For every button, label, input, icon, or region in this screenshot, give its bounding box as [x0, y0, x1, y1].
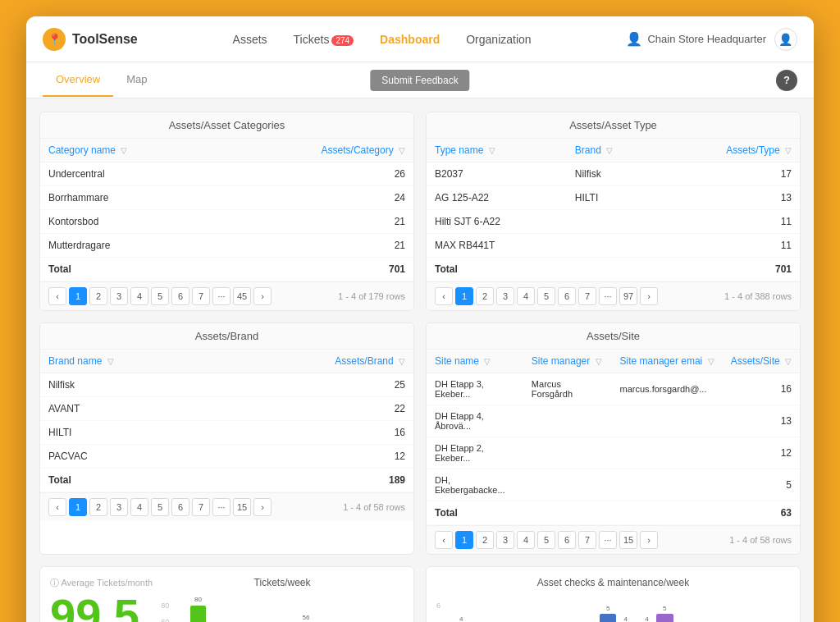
filter-icon: ▽	[785, 357, 792, 366]
app-name: ToolSense	[72, 32, 138, 47]
page-4[interactable]: 4	[130, 498, 148, 516]
page-1[interactable]: 1	[69, 287, 87, 305]
checks-container: 433544511	[444, 601, 790, 622]
page-info: 1 - 4 of 58 rows	[343, 502, 405, 512]
prev-btn[interactable]: ‹	[435, 531, 453, 549]
bar: 80	[190, 606, 206, 622]
page-5[interactable]: 5	[537, 531, 555, 549]
col-assets-category[interactable]: Assets/Category ▽	[222, 139, 413, 162]
page-5[interactable]: 5	[151, 287, 169, 305]
page-7[interactable]: 7	[578, 531, 596, 549]
nav-assets[interactable]: Assets	[233, 33, 267, 46]
bar-group: 1	[756, 601, 790, 622]
page-6[interactable]: 6	[171, 287, 189, 305]
col-category-name[interactable]: Category name ▽	[40, 139, 222, 162]
page-4[interactable]: 4	[130, 287, 148, 305]
page-6[interactable]: 6	[171, 498, 189, 516]
header-right: 👤 Chain Store Headquarter 👤	[626, 28, 797, 51]
table-row: AVANT 22	[40, 397, 413, 421]
y-axis: 642	[436, 601, 444, 622]
page-info: 1 - 4 of 58 rows	[729, 535, 792, 545]
page-15[interactable]: 15	[619, 531, 637, 549]
page-7[interactable]: 7	[578, 287, 596, 305]
logo-icon: 📍	[43, 28, 66, 51]
asset-checks-title: Asset checks & maintenance/week	[436, 577, 790, 588]
prev-btn[interactable]: ‹	[48, 498, 66, 516]
col-assets-site[interactable]: Assets/Site ▽	[723, 350, 800, 373]
filter-icon: ▽	[399, 357, 405, 366]
tab-map[interactable]: Map	[113, 63, 160, 97]
col-brand[interactable]: Brand ▽	[567, 139, 660, 162]
page-3[interactable]: 3	[496, 531, 514, 549]
col-assets-type[interactable]: Assets/Type ▽	[660, 139, 800, 162]
bar-blue: 5	[600, 614, 617, 622]
bar-group: 45	[638, 601, 673, 622]
page-4[interactable]: 4	[517, 531, 535, 549]
page-2[interactable]: 2	[89, 287, 107, 305]
page-4[interactable]: 4	[517, 287, 535, 305]
col-site-manager[interactable]: Site manager ▽	[523, 350, 612, 373]
table-row: DH, Ekebergabacke... 5	[427, 469, 800, 501]
page-7[interactable]: 7	[192, 287, 210, 305]
total-row: Total 189	[40, 469, 413, 492]
next-btn[interactable]: ›	[253, 498, 272, 516]
page-45[interactable]: 45	[233, 287, 251, 305]
nav-dashboard[interactable]: Dashboard	[380, 33, 440, 46]
page-3[interactable]: 3	[110, 287, 128, 305]
page-3[interactable]: 3	[496, 287, 514, 305]
col-site-manager-email[interactable]: Site manager emai ▽	[612, 350, 723, 373]
page-15[interactable]: 15	[233, 498, 251, 516]
page-1[interactable]: 1	[69, 498, 87, 516]
page-2[interactable]: 2	[476, 531, 494, 549]
col-site-name[interactable]: Site name ▽	[427, 350, 523, 373]
col-assets-brand[interactable]: Assets/Brand ▽	[221, 350, 413, 373]
col-type-name[interactable]: Type name ▽	[427, 139, 567, 162]
pagination-brand: ‹ 1 2 3 4 5 6 7 ··· 15 › 1 - 4 of 58 row…	[40, 492, 413, 521]
bar-group: 3	[560, 601, 595, 622]
table-row: Kontorsbod 21	[40, 210, 413, 234]
pagination-type: ‹ 1 2 3 4 5 6 7 ··· 97 › 1 - 4 of 388 ro…	[427, 281, 800, 310]
page-buttons: ‹ 1 2 3 4 5 6 7 ··· 15 ›	[435, 531, 658, 549]
table-row: Hilti SJT 6-A22 11	[427, 210, 800, 234]
nav-organization[interactable]: Organization	[466, 33, 531, 46]
asset-type-table: Type name ▽ Brand ▽ Assets/Type ▽	[427, 139, 800, 281]
table-row: Undercentral 26	[40, 162, 413, 186]
table-row: DH Etapp 3, Ekeber... Marcus Forsgårdh m…	[427, 373, 800, 405]
page-5[interactable]: 5	[151, 498, 169, 516]
filter-icon: ▽	[596, 357, 602, 366]
tickets-week-title: Tickets/week	[161, 577, 404, 588]
page-ellipsis: ···	[212, 498, 231, 516]
filter-icon: ▽	[121, 146, 127, 155]
page-7[interactable]: 7	[192, 498, 210, 516]
asset-brand-table: Brand name ▽ Assets/Brand ▽ Nilfisk 25	[40, 350, 413, 492]
page-97[interactable]: 97	[619, 287, 637, 305]
table-row: HILTI 16	[40, 421, 413, 445]
logo: 📍 ToolSense	[43, 28, 138, 51]
tab-overview[interactable]: Overview	[43, 63, 113, 97]
page-2[interactable]: 2	[89, 498, 107, 516]
main-nav: Assets Tickets274 Dashboard Organization	[233, 33, 532, 46]
col-brand-name[interactable]: Brand name ▽	[40, 350, 221, 373]
filter-icon: ▽	[606, 146, 613, 155]
submit-feedback-button[interactable]: Submit Feedback	[370, 70, 469, 91]
page-6[interactable]: 6	[558, 531, 576, 549]
next-btn[interactable]: ›	[640, 287, 658, 305]
next-btn[interactable]: ›	[253, 287, 272, 305]
page-ellipsis: ···	[212, 287, 231, 305]
page-6[interactable]: 6	[558, 287, 576, 305]
table-row: PACVAC 12	[40, 445, 413, 469]
prev-btn[interactable]: ‹	[435, 287, 453, 305]
asset-type-card: Assets/Asset Type Type name ▽ Brand ▽	[426, 112, 801, 311]
prev-btn[interactable]: ‹	[48, 287, 66, 305]
page-1[interactable]: 1	[455, 531, 473, 549]
subheader: Overview Map Submit Feedback ?	[26, 62, 814, 98]
page-5[interactable]: 5	[537, 287, 555, 305]
help-button[interactable]: ?	[776, 70, 797, 91]
user-icon[interactable]: 👤	[774, 28, 797, 51]
page-3[interactable]: 3	[110, 498, 128, 516]
next-btn[interactable]: ›	[640, 531, 658, 549]
page-2[interactable]: 2	[476, 287, 494, 305]
page-1[interactable]: 1	[455, 287, 473, 305]
nav-tickets[interactable]: Tickets274	[294, 33, 354, 46]
table-row: DH Etapp 2, Ekeber... 12	[427, 437, 800, 469]
